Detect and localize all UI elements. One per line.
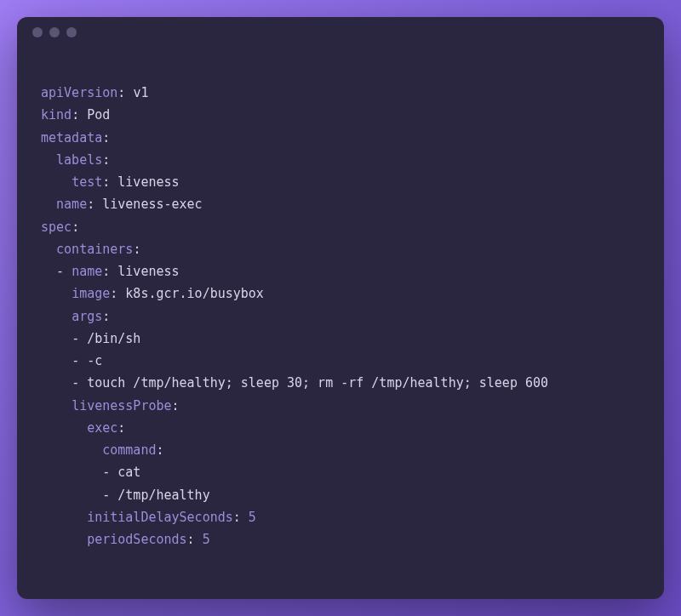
- yaml-value: /tmp/healthy: [117, 488, 209, 503]
- yaml-key: labels: [56, 152, 102, 168]
- yaml-key: periodSeconds: [87, 532, 186, 547]
- yaml-key: metadata: [41, 130, 102, 145]
- yaml-value: 5: [203, 532, 210, 547]
- close-dot-icon[interactable]: [32, 27, 43, 37]
- yaml-value: k8s.gcr.io/busybox: [125, 286, 264, 301]
- yaml-key: initialDelaySeconds: [87, 510, 233, 525]
- yaml-key: containers: [56, 242, 133, 257]
- yaml-value: /bin/sh: [87, 331, 140, 346]
- yaml-key: livenessProbe: [72, 398, 171, 414]
- code-content: apiVersion: v1 kind: Pod metadata: label…: [17, 48, 664, 599]
- yaml-key: name: [56, 197, 87, 212]
- yaml-value: -c: [87, 353, 102, 368]
- yaml-key: spec: [41, 220, 72, 235]
- yaml-value: liveness: [117, 174, 179, 190]
- yaml-key: apiVersion: [41, 85, 117, 100]
- yaml-key: args: [72, 309, 102, 324]
- yaml-key: image: [72, 286, 110, 301]
- code-window: apiVersion: v1 kind: Pod metadata: label…: [17, 17, 664, 599]
- yaml-value: Pod: [87, 107, 110, 123]
- yaml-value: cat: [117, 465, 140, 480]
- yaml-key: command: [102, 442, 156, 458]
- yaml-value: liveness: [117, 264, 179, 279]
- yaml-value: liveness-exec: [102, 197, 202, 212]
- yaml-key: name: [72, 264, 102, 279]
- yaml-value: touch /tmp/healthy; sleep 30; rm -rf /tm…: [87, 375, 548, 391]
- minimize-dot-icon[interactable]: [49, 27, 60, 37]
- maximize-dot-icon[interactable]: [66, 27, 77, 37]
- yaml-key: kind: [41, 107, 72, 123]
- yaml-key: test: [72, 174, 102, 190]
- yaml-value: 5: [249, 510, 256, 525]
- yaml-value: v1: [133, 85, 148, 100]
- window-titlebar: [17, 17, 664, 48]
- yaml-key: exec: [87, 420, 117, 436]
- yaml-code: apiVersion: v1 kind: Pod metadata: label…: [41, 82, 640, 550]
